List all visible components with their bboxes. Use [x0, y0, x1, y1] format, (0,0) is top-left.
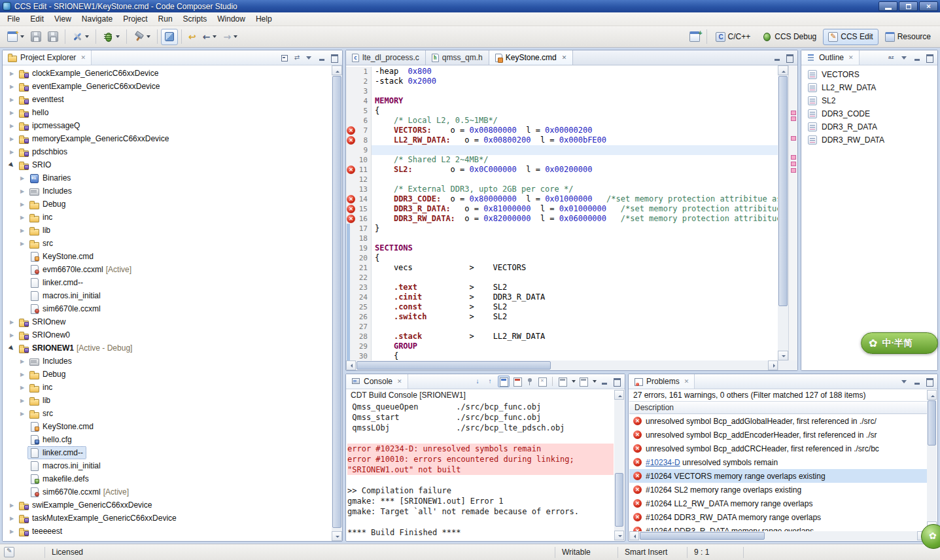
expand-arrow-icon[interactable]: ▶: [17, 188, 27, 194]
pin-console-icon[interactable]: [525, 377, 534, 386]
scrollbar-thumb[interactable]: [928, 400, 936, 446]
code-line-22[interactable]: 22: [346, 273, 778, 283]
tree-item-sim6670le-ccxml[interactable]: sim6670le.ccxml[Active]: [3, 485, 332, 499]
close-view-icon[interactable]: ✕: [684, 378, 689, 385]
tree-item-pdschbios[interactable]: ▶pdschbios: [3, 145, 332, 158]
debug-button[interactable]: [99, 29, 123, 45]
code-line-16[interactable]: 16 DDR3_RW_DATA: o = 0x82000000 l = 0x06…: [346, 214, 778, 224]
collapse-arrow-icon[interactable]: ▶: [6, 342, 18, 354]
expand-arrow-icon[interactable]: ▶: [7, 529, 17, 534]
menu-item-window[interactable]: Window: [212, 13, 251, 25]
console-output[interactable]: Qmss_queueOpen ./src/bcp_func.obj Qmss_s…: [347, 402, 614, 540]
scrollbar-thumb[interactable]: [640, 532, 765, 540]
expand-arrow-icon[interactable]: ▶: [7, 149, 17, 155]
view-menu-button[interactable]: [900, 377, 909, 386]
description-column-header[interactable]: Description: [629, 401, 927, 414]
problem-row[interactable]: unresolved symbol Bcp_addCRCHeader, firs…: [629, 442, 927, 455]
tree-item-srio[interactable]: ▶SRIO: [3, 158, 332, 171]
tree-item-keystone-cmd[interactable]: KeyStone.cmd: [3, 250, 332, 263]
expand-arrow-icon[interactable]: ▶: [17, 411, 27, 417]
expand-arrow-icon[interactable]: ▶: [17, 398, 27, 404]
code-line-23[interactable]: 23 .text > SL2: [346, 283, 778, 292]
expand-arrow-icon[interactable]: ▶: [17, 201, 27, 207]
maximize-view-button[interactable]: [612, 377, 621, 386]
problem-row[interactable]: #10264 LL2_RW_DATA memory range overlaps: [629, 497, 927, 510]
close-view-icon[interactable]: ✕: [80, 54, 86, 61]
tree-item-srionew1[interactable]: ▶SRIONEW1[Active - Debug]: [3, 341, 332, 355]
perspective-button-resource[interactable]: Resource: [880, 29, 936, 45]
back-button[interactable]: ←: [200, 29, 220, 45]
tree-item-inc[interactable]: ▶inc: [3, 381, 332, 394]
code-line-14[interactable]: 14 DDR3_CODE: o = 0x80000000 l = 0x01000…: [346, 194, 778, 204]
expand-arrow-icon[interactable]: ▶: [17, 359, 27, 364]
problems-tab[interactable]: Problems ✕: [629, 374, 695, 389]
error-overview-mark[interactable]: [791, 162, 796, 166]
code-line-27[interactable]: 27: [346, 322, 778, 332]
code-line-24[interactable]: 24 .cinit > DDR3_R_DATA: [346, 292, 778, 302]
tree-item-taskmutexexample-genericc66xxdevice[interactable]: ▶taskMutexExample_GenericC66xxDevice: [3, 512, 332, 525]
tree-item-eventexample-genericc66xxdevice[interactable]: ▶eventExample_GenericC66xxDevice: [3, 80, 332, 93]
close-view-icon[interactable]: ✕: [848, 54, 854, 61]
editor-tab-keystone-cmd[interactable]: KeyStone.cmd✕: [489, 50, 574, 65]
new-target-configuration-button[interactable]: [161, 29, 178, 45]
tree-item-lib[interactable]: ▶lib: [3, 224, 332, 237]
scroll-up-button[interactable]: [332, 65, 342, 75]
code-line-3[interactable]: 3: [346, 86, 778, 96]
outline-item-ddr3-r-data[interactable]: DDR3_R_DATA: [801, 120, 937, 133]
tree-item-lib[interactable]: ▶lib: [3, 394, 332, 407]
code-line-21[interactable]: 21 vecs > VECTORS: [346, 263, 778, 273]
tree-item-binaries[interactable]: ▶Binaries: [3, 171, 332, 184]
outline-item-ddr3-code[interactable]: DDR3_CODE: [801, 107, 937, 120]
maximize-view-button[interactable]: [785, 53, 794, 62]
tree-item-inc[interactable]: ▶inc: [3, 211, 332, 224]
link-with-editor-button[interactable]: ⇄: [292, 53, 302, 62]
tree-item-clockexample-genericc66xxdevice[interactable]: ▶clockExample_GenericC66xxDevice: [3, 67, 332, 80]
tree-item-makefile-defs[interactable]: makefile.defs: [3, 472, 332, 485]
menu-item-file[interactable]: File: [2, 13, 25, 25]
tree-item-srionew[interactable]: ▶SRIOnew: [3, 315, 332, 328]
expand-arrow-icon[interactable]: ▶: [7, 332, 17, 338]
code-line-26[interactable]: 26 .switch > SL2: [346, 312, 778, 322]
tree-item-debug[interactable]: ▶Debug: [3, 198, 332, 211]
tree-item-src[interactable]: ▶src: [3, 237, 332, 250]
tree-item-debug[interactable]: ▶Debug: [3, 368, 332, 381]
minimize-view-button[interactable]: [317, 53, 326, 62]
editor-tab-lte-dl-process-c[interactable]: clte_dl_process.c: [346, 50, 426, 65]
new-button[interactable]: [4, 29, 27, 45]
code-line-15[interactable]: 15 DDR3_R_DATA: o = 0x81000000 l = 0x010…: [346, 204, 778, 214]
view-menu-button[interactable]: [900, 53, 909, 62]
scrollbar-thumb[interactable]: [332, 76, 341, 528]
maximize-view-button[interactable]: [330, 53, 339, 62]
minimize-view-button[interactable]: [600, 377, 609, 386]
code-line-12[interactable]: 12: [346, 175, 778, 184]
forward-button[interactable]: →: [220, 29, 241, 45]
tree-item-evm6670le-ccxml[interactable]: evm6670le.ccxml[Active]: [3, 263, 332, 276]
expand-arrow-icon[interactable]: ▶: [7, 97, 17, 103]
problem-row[interactable]: #10264 DDR3_R_DATA memory range overlaps: [629, 524, 927, 531]
error-overview-mark[interactable]: [791, 116, 796, 121]
tree-item-memoryexample-genericc66xxdevice[interactable]: ▶memoryExample_GenericC66xxDevice: [3, 132, 332, 145]
expand-arrow-icon[interactable]: ▶: [17, 372, 27, 377]
code-line-4[interactable]: 4MEMORY: [346, 96, 778, 106]
menu-item-help[interactable]: Help: [251, 13, 277, 25]
problem-row[interactable]: #10264 SL2 memory range overlaps existin…: [629, 483, 927, 497]
code-line-18[interactable]: 18: [346, 234, 778, 243]
expand-arrow-icon[interactable]: ▶: [17, 385, 27, 391]
expand-arrow-icon[interactable]: ▶: [7, 319, 17, 325]
tree-item-includes[interactable]: ▶Includes: [3, 355, 332, 368]
outline-item-sl2[interactable]: SL2: [801, 94, 937, 107]
expand-arrow-icon[interactable]: ▶: [7, 136, 17, 142]
project-explorer-tab[interactable]: Project Explorer ✕: [3, 50, 92, 65]
code-line-28[interactable]: 28 .stack > LL2_RW_DATA: [346, 332, 778, 341]
menu-item-navigate[interactable]: Navigate: [77, 13, 118, 25]
code-line-8[interactable]: 8 LL2_RW_DATA: o = 0x00800200 l = 0x000b…: [346, 135, 778, 145]
code-line-19[interactable]: 19SECTIONS: [346, 243, 778, 253]
tree-item-sim6670le-ccxml[interactable]: sim6670le.ccxml: [3, 302, 332, 315]
problem-row[interactable]: unresolved symbol Bcp_addGlobalHeader, f…: [629, 414, 927, 428]
code-line-5[interactable]: 5{: [346, 106, 778, 116]
error-overview-mark[interactable]: [791, 168, 796, 173]
tree-item-eventtest[interactable]: ▶eventtest: [3, 93, 332, 106]
scroll-down-button[interactable]: [332, 531, 342, 541]
code-lines[interactable]: 1-heap 0x8002-stack 0x200034MEMORY5{6 /*…: [346, 65, 778, 360]
tree-item-linker-cmd[interactable]: linker.cmd--: [3, 276, 332, 289]
